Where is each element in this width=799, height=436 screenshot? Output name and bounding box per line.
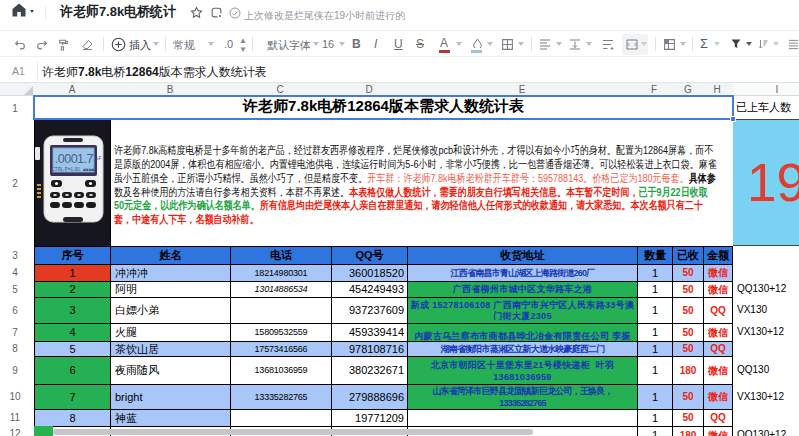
- svg-text:µF: µF: [96, 155, 102, 161]
- svg-text:.0001.7: .0001.7: [55, 152, 94, 166]
- svg-text:CTRL P=1.00 ■■■■: CTRL P=1.00 ■■■■: [52, 167, 95, 172]
